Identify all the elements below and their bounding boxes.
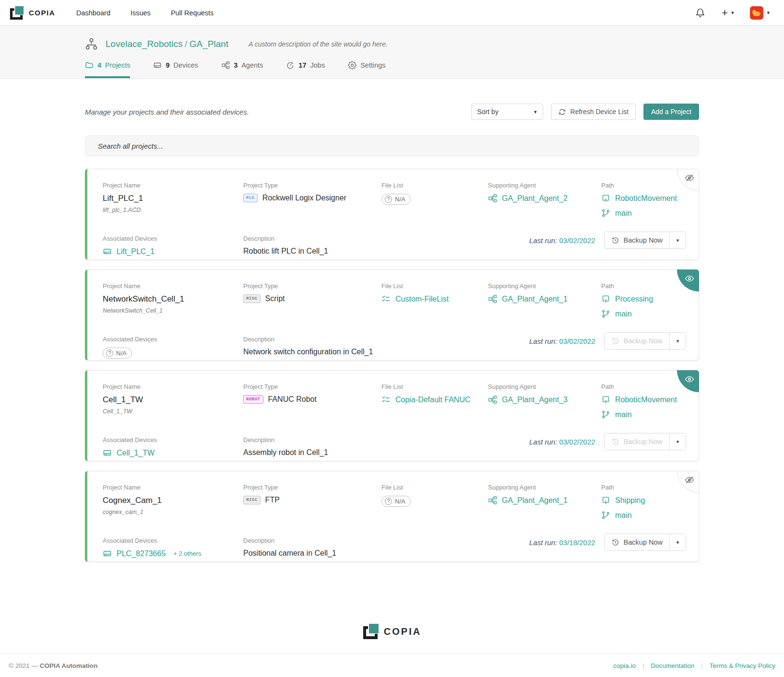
branch-link[interactable]: main (601, 410, 632, 419)
agent-link[interactable]: GA_Plant_Agent_2 (488, 194, 568, 203)
tab-agents[interactable]: 3 Agents (221, 61, 263, 78)
site-header: Lovelace_Robotics / GA_Plant A custom de… (0, 26, 784, 79)
field-label: Path (601, 484, 683, 491)
agent-link[interactable]: GA_Plant_Agent_1 (488, 496, 568, 505)
last-run-label: Last run: (529, 236, 557, 245)
tab-label: Projects (105, 61, 130, 69)
field-label: Associated Devices (103, 537, 243, 544)
project-card-list: Project Name Lift_PLC_1 lift_plc_1.ACD P… (85, 169, 699, 562)
device-extra-count[interactable]: + 2 others (173, 550, 201, 557)
field-label: Project Type (243, 282, 381, 290)
backup-split-button: Backup Now ▾ (604, 433, 686, 450)
device-link[interactable]: PLC_8273665 + 2 others (103, 549, 202, 558)
notifications-button[interactable] (695, 7, 705, 18)
user-menu[interactable]: ▾ (750, 6, 770, 20)
nav-issues[interactable]: Issues (131, 9, 151, 17)
field-label: File List (381, 383, 488, 390)
add-project-button[interactable]: Add a Project (643, 104, 699, 120)
device-icon (103, 247, 112, 256)
search-input[interactable] (85, 135, 699, 156)
project-name-field: Project Name Lift_PLC_1 lift_plc_1.ACD (103, 182, 243, 223)
project-card-lift-plc-1: Project Name Lift_PLC_1 lift_plc_1.ACD P… (85, 169, 699, 260)
field-label: Project Name (103, 484, 243, 491)
file-list-link[interactable]: Custom-FileList (381, 294, 449, 303)
sort-by-label: Sort by (477, 108, 499, 116)
tab-projects[interactable]: 4 Projects (85, 61, 130, 78)
agent-link[interactable]: GA_Plant_Agent_1 (488, 294, 568, 303)
field-label: Associated Devices (103, 436, 243, 444)
breadcrumb-site-link[interactable]: GA_Plant (190, 39, 228, 49)
backup-now-button[interactable]: Backup Now (605, 534, 669, 550)
field-label: Project Type (243, 484, 381, 491)
backup-now-button-disabled[interactable]: Backup Now (605, 433, 669, 450)
tab-label: Devices (174, 61, 199, 69)
last-run-label: Last run: (529, 337, 557, 345)
question-icon: ? (385, 498, 392, 505)
chevron-down-icon: ▾ (534, 109, 537, 115)
create-new-button[interactable]: + ▾ (722, 8, 734, 18)
tab-settings[interactable]: Settings (348, 61, 385, 78)
last-run-label: Last run: (529, 538, 557, 547)
path-link[interactable]: Processing (601, 294, 653, 303)
field-label: Project Type (243, 383, 381, 390)
field-label: Supporting Agent (488, 282, 601, 290)
tab-devices[interactable]: 9 Devices (153, 61, 198, 78)
path-field: Path RoboticMovement main (601, 182, 683, 223)
eye-icon (685, 374, 694, 384)
breadcrumb: Lovelace_Robotics / GA_Plant A custom de… (85, 37, 699, 50)
last-run-date[interactable]: 03/02/2022 (559, 438, 595, 446)
backup-split-button: Backup Now ▾ (604, 332, 686, 350)
path-link[interactable]: RoboticMovement (601, 395, 677, 404)
type-badge: MISC (243, 294, 261, 303)
footer-link-copia-io[interactable]: copia.io (613, 662, 636, 669)
associated-devices-field: Associated Devices ?N/A (103, 336, 243, 359)
last-run-date[interactable]: 03/02/2022 (559, 236, 595, 245)
field-label: Path (601, 182, 683, 189)
project-name: NetworkSwitch_Cell_1 (103, 294, 243, 304)
chevron-down-icon: ▾ (767, 10, 770, 16)
card-actions: Last run: 03/02/2022 Backup Now ▾ (529, 433, 686, 450)
na-badge: ?N/A (103, 348, 132, 359)
eye-off-icon (685, 173, 694, 183)
file-list-link[interactable]: Copia-Default FANUC (381, 395, 471, 404)
device-link[interactable]: Cell_1_TW (103, 448, 154, 457)
backup-icon (611, 337, 619, 345)
footer-link-documentation[interactable]: Documentation (651, 662, 694, 669)
checklist-icon (381, 294, 391, 303)
breadcrumb-org-link[interactable]: Lovelace_Robotics (106, 39, 183, 49)
supporting-agent-field: Supporting Agent GA_Plant_Agent_1 (488, 484, 601, 525)
last-run-date[interactable]: 03/02/2022 (559, 337, 595, 345)
field-label: File List (381, 282, 488, 290)
path-link[interactable]: RoboticMovement (601, 194, 677, 203)
eye-icon (685, 274, 694, 283)
branch-link[interactable]: main (601, 309, 632, 318)
folder-icon (85, 61, 94, 70)
path-link[interactable]: Shipping (601, 496, 645, 505)
brand-name: COPIA (384, 626, 421, 637)
type-label: FANUC Robot (268, 395, 317, 404)
footer-link-terms[interactable]: Terms & Privacy Policy (710, 662, 775, 669)
copia-logo[interactable]: COPIA (10, 6, 55, 20)
backup-options-caret[interactable]: ▾ (669, 232, 686, 248)
branch-link[interactable]: main (601, 209, 632, 218)
na-badge: ?N/A (381, 194, 411, 205)
backup-now-button[interactable]: Backup Now (605, 232, 669, 248)
branch-link[interactable]: main (601, 511, 632, 520)
backup-options-caret[interactable]: ▾ (669, 433, 686, 450)
nav-pull-requests[interactable]: Pull Requests (171, 9, 214, 17)
project-type-field: Project Type PLC Rockwell Logix Designer (243, 182, 381, 223)
backup-now-button-disabled[interactable]: Backup Now (605, 333, 669, 349)
refresh-device-list-button[interactable]: Refresh Device List (551, 104, 636, 120)
field-label: File List (381, 484, 488, 491)
backup-options-caret[interactable]: ▾ (669, 333, 686, 349)
field-label: Project Name (103, 383, 243, 390)
footer-separator: | (642, 662, 644, 669)
top-navbar: COPIA Dashboard Issues Pull Requests + ▾… (0, 0, 784, 26)
backup-options-caret[interactable]: ▾ (669, 534, 686, 550)
last-run-date[interactable]: 03/18/2022 (559, 538, 595, 547)
sort-by-dropdown[interactable]: Sort by ▾ (471, 104, 543, 120)
tab-jobs[interactable]: 17 Jobs (286, 61, 325, 78)
device-link[interactable]: Lift_PLC_1 (103, 247, 154, 256)
agent-link[interactable]: GA_Plant_Agent_3 (488, 395, 568, 404)
nav-dashboard[interactable]: Dashboard (76, 9, 110, 17)
